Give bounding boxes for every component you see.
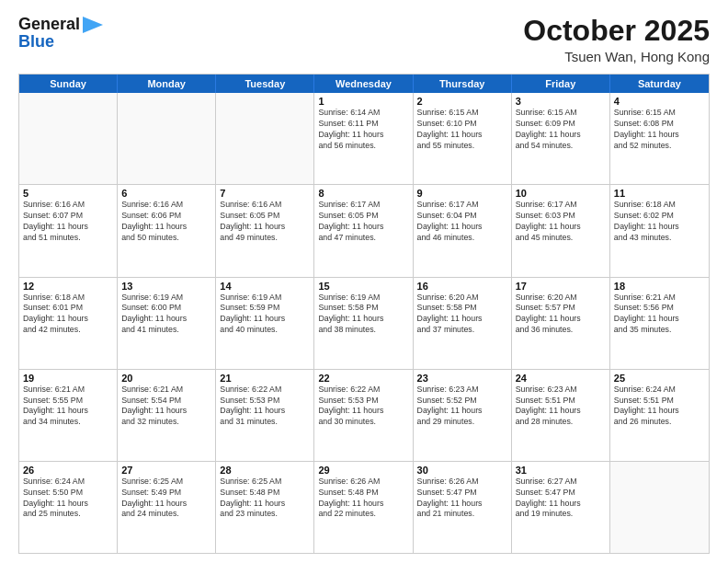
day-cell-22: 22Sunrise: 6:22 AM Sunset: 5:53 PM Dayli… [314, 370, 413, 461]
day-cell-4: 4Sunrise: 6:15 AM Sunset: 6:08 PM Daylig… [610, 93, 709, 184]
calendar-row-4: 26Sunrise: 6:24 AM Sunset: 5:50 PM Dayli… [19, 462, 709, 553]
day-number: 25 [614, 373, 705, 384]
day-cell-18: 18Sunrise: 6:21 AM Sunset: 5:56 PM Dayli… [610, 278, 709, 369]
empty-cell-0-2 [216, 93, 314, 184]
day-cell-19: 19Sunrise: 6:21 AM Sunset: 5:55 PM Dayli… [19, 370, 118, 461]
day-cell-13: 13Sunrise: 6:19 AM Sunset: 6:00 PM Dayli… [118, 278, 216, 369]
day-number: 28 [220, 465, 310, 476]
day-cell-16: 16Sunrise: 6:20 AM Sunset: 5:58 PM Dayli… [414, 278, 512, 369]
weekday-header-thursday: Thursday [414, 75, 512, 93]
day-cell-30: 30Sunrise: 6:26 AM Sunset: 5:47 PM Dayli… [414, 462, 512, 553]
day-cell-12: 12Sunrise: 6:18 AM Sunset: 6:01 PM Dayli… [19, 278, 118, 369]
day-info: Sunrise: 6:15 AM Sunset: 6:10 PM Dayligh… [417, 108, 507, 152]
day-info: Sunrise: 6:20 AM Sunset: 5:57 PM Dayligh… [516, 293, 606, 337]
day-info: Sunrise: 6:22 AM Sunset: 5:53 PM Dayligh… [318, 385, 408, 429]
day-cell-29: 29Sunrise: 6:26 AM Sunset: 5:48 PM Dayli… [314, 462, 413, 553]
day-number: 30 [417, 465, 507, 476]
day-number: 4 [614, 96, 705, 107]
day-cell-15: 15Sunrise: 6:19 AM Sunset: 5:58 PM Dayli… [314, 278, 413, 369]
month-title: October 2025 [523, 15, 710, 47]
day-info: Sunrise: 6:21 AM Sunset: 5:55 PM Dayligh… [23, 385, 113, 429]
day-info: Sunrise: 6:18 AM Sunset: 6:01 PM Dayligh… [23, 293, 113, 337]
calendar: SundayMondayTuesdayWednesdayThursdayFrid… [18, 74, 710, 554]
day-number: 1 [318, 96, 408, 107]
day-cell-6: 6Sunrise: 6:16 AM Sunset: 6:06 PM Daylig… [118, 185, 216, 276]
day-cell-3: 3Sunrise: 6:15 AM Sunset: 6:09 PM Daylig… [512, 93, 610, 184]
day-number: 12 [23, 281, 113, 292]
calendar-row-0: 1Sunrise: 6:14 AM Sunset: 6:11 PM Daylig… [19, 93, 709, 185]
day-number: 9 [417, 188, 507, 199]
weekday-header-wednesday: Wednesday [314, 75, 413, 93]
day-number: 17 [516, 281, 606, 292]
day-number: 19 [23, 373, 113, 384]
calendar-row-3: 19Sunrise: 6:21 AM Sunset: 5:55 PM Dayli… [19, 370, 709, 462]
day-info: Sunrise: 6:16 AM Sunset: 6:07 PM Dayligh… [23, 200, 113, 244]
day-number: 13 [121, 281, 211, 292]
header: General Blue October 2025 Tsuen Wan, Hon… [18, 15, 710, 64]
day-number: 26 [23, 465, 113, 476]
day-cell-14: 14Sunrise: 6:19 AM Sunset: 5:59 PM Dayli… [216, 278, 314, 369]
day-info: Sunrise: 6:25 AM Sunset: 5:48 PM Dayligh… [220, 477, 310, 521]
day-info: Sunrise: 6:23 AM Sunset: 5:52 PM Dayligh… [417, 385, 507, 429]
day-info: Sunrise: 6:15 AM Sunset: 6:09 PM Dayligh… [516, 108, 606, 152]
weekday-header-monday: Monday [118, 75, 216, 93]
empty-cell-0-0 [19, 93, 118, 184]
day-info: Sunrise: 6:17 AM Sunset: 6:03 PM Dayligh… [516, 200, 606, 244]
day-info: Sunrise: 6:25 AM Sunset: 5:49 PM Dayligh… [121, 477, 211, 521]
day-info: Sunrise: 6:24 AM Sunset: 5:51 PM Dayligh… [614, 385, 705, 429]
weekday-header-friday: Friday [512, 75, 610, 93]
day-cell-17: 17Sunrise: 6:20 AM Sunset: 5:57 PM Dayli… [512, 278, 610, 369]
title-block: October 2025 Tsuen Wan, Hong Kong [523, 15, 710, 64]
day-number: 2 [417, 96, 507, 107]
day-number: 5 [23, 188, 113, 199]
day-info: Sunrise: 6:26 AM Sunset: 5:48 PM Dayligh… [318, 477, 408, 521]
logo-arrow-icon [83, 17, 103, 33]
day-cell-25: 25Sunrise: 6:24 AM Sunset: 5:51 PM Dayli… [610, 370, 709, 461]
location: Tsuen Wan, Hong Kong [523, 49, 710, 64]
day-info: Sunrise: 6:22 AM Sunset: 5:53 PM Dayligh… [220, 385, 310, 429]
day-info: Sunrise: 6:20 AM Sunset: 5:58 PM Dayligh… [417, 293, 507, 337]
day-number: 20 [121, 373, 211, 384]
day-number: 3 [516, 96, 606, 107]
calendar-header: SundayMondayTuesdayWednesdayThursdayFrid… [19, 75, 709, 93]
page: General Blue October 2025 Tsuen Wan, Hon… [0, 0, 728, 563]
day-info: Sunrise: 6:23 AM Sunset: 5:51 PM Dayligh… [516, 385, 606, 429]
day-cell-23: 23Sunrise: 6:23 AM Sunset: 5:52 PM Dayli… [414, 370, 512, 461]
day-number: 6 [121, 188, 211, 199]
day-cell-28: 28Sunrise: 6:25 AM Sunset: 5:48 PM Dayli… [216, 462, 314, 553]
day-cell-1: 1Sunrise: 6:14 AM Sunset: 6:11 PM Daylig… [314, 93, 413, 184]
day-cell-2: 2Sunrise: 6:15 AM Sunset: 6:10 PM Daylig… [414, 93, 512, 184]
day-cell-31: 31Sunrise: 6:27 AM Sunset: 5:47 PM Dayli… [512, 462, 610, 553]
day-number: 24 [516, 373, 606, 384]
day-cell-7: 7Sunrise: 6:16 AM Sunset: 6:05 PM Daylig… [216, 185, 314, 276]
day-number: 14 [220, 281, 310, 292]
day-number: 22 [318, 373, 408, 384]
day-number: 15 [318, 281, 408, 292]
svg-marker-0 [83, 17, 103, 33]
day-number: 29 [318, 465, 408, 476]
day-number: 16 [417, 281, 507, 292]
logo-general: General [18, 15, 80, 34]
day-info: Sunrise: 6:19 AM Sunset: 5:59 PM Dayligh… [220, 293, 310, 337]
day-info: Sunrise: 6:21 AM Sunset: 5:56 PM Dayligh… [614, 293, 705, 337]
day-cell-5: 5Sunrise: 6:16 AM Sunset: 6:07 PM Daylig… [19, 185, 118, 276]
weekday-header-sunday: Sunday [19, 75, 118, 93]
day-cell-24: 24Sunrise: 6:23 AM Sunset: 5:51 PM Dayli… [512, 370, 610, 461]
day-info: Sunrise: 6:21 AM Sunset: 5:54 PM Dayligh… [121, 385, 211, 429]
day-cell-21: 21Sunrise: 6:22 AM Sunset: 5:53 PM Dayli… [216, 370, 314, 461]
day-number: 10 [516, 188, 606, 199]
day-info: Sunrise: 6:16 AM Sunset: 6:06 PM Dayligh… [121, 200, 211, 244]
day-info: Sunrise: 6:17 AM Sunset: 6:04 PM Dayligh… [417, 200, 507, 244]
day-cell-27: 27Sunrise: 6:25 AM Sunset: 5:49 PM Dayli… [118, 462, 216, 553]
day-info: Sunrise: 6:19 AM Sunset: 6:00 PM Dayligh… [121, 293, 211, 337]
calendar-row-2: 12Sunrise: 6:18 AM Sunset: 6:01 PM Dayli… [19, 278, 709, 370]
day-cell-9: 9Sunrise: 6:17 AM Sunset: 6:04 PM Daylig… [414, 185, 512, 276]
day-number: 27 [121, 465, 211, 476]
weekday-header-saturday: Saturday [610, 75, 709, 93]
day-info: Sunrise: 6:17 AM Sunset: 6:05 PM Dayligh… [318, 200, 408, 244]
day-info: Sunrise: 6:24 AM Sunset: 5:50 PM Dayligh… [23, 477, 113, 521]
day-info: Sunrise: 6:18 AM Sunset: 6:02 PM Dayligh… [614, 200, 705, 244]
day-cell-8: 8Sunrise: 6:17 AM Sunset: 6:05 PM Daylig… [314, 185, 413, 276]
day-info: Sunrise: 6:27 AM Sunset: 5:47 PM Dayligh… [516, 477, 606, 521]
logo-blue: Blue [18, 32, 54, 52]
